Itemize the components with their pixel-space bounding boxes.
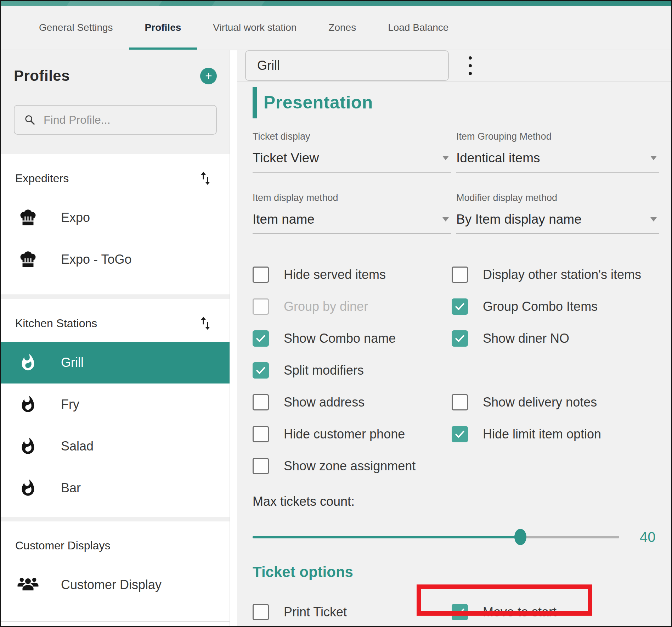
item-grouping-select[interactable]: Identical items [456, 151, 659, 173]
presentation-title: Presentation [264, 87, 373, 118]
chevron-down-icon [650, 156, 657, 160]
sidebar-section-customer-displays: Customer Displays Customer Display [1, 521, 230, 622]
item-display-method-select[interactable]: Item name [253, 212, 451, 234]
checkbox-show-diner-no: Show diner NO [452, 323, 661, 354]
checkbox-show-address: Show address [253, 386, 452, 418]
top-tab-bar: General Settings Profiles Virtual work s… [1, 6, 671, 50]
checkbox-unchecked[interactable] [253, 426, 269, 442]
sidebar-item-label: Expo - ToGo [61, 252, 131, 267]
sidebar-item-grill[interactable]: Grill [1, 342, 230, 384]
presentation-settings: Presentation Ticket display Ticket View … [237, 82, 671, 627]
sidebar-item-label: Fry [61, 397, 79, 412]
profiles-sidebar: Profiles Expediters [1, 50, 230, 626]
checkbox-checked[interactable] [452, 330, 468, 347]
checkbox-checked[interactable] [253, 362, 269, 379]
checkbox-group-combo-items: Group Combo Items [452, 291, 661, 323]
sidebar-item-bar[interactable]: Bar [1, 467, 230, 509]
dropdown-item-display-method: Item display method Item name [253, 192, 451, 234]
kebab-menu-icon [469, 64, 472, 67]
check-icon [454, 606, 466, 618]
chef-hat-icon [17, 207, 39, 228]
checkbox-checked[interactable] [253, 330, 269, 347]
checkbox-show-delivery-notes: Show delivery notes [452, 386, 661, 418]
tab-zones[interactable]: Zones [312, 6, 372, 50]
checkbox-unchecked[interactable] [253, 458, 269, 474]
max-tickets-value: 40 [640, 529, 656, 545]
checkbox-checked[interactable] [452, 426, 468, 442]
chef-hat-icon [17, 249, 39, 270]
checkbox-split-modifiers: Split modifiers [253, 354, 452, 386]
dropdown-value: Ticket View [253, 151, 319, 166]
empty-cell [452, 450, 661, 482]
dropdown-label: Item display method [253, 192, 451, 203]
modifier-display-method-select[interactable]: By Item display name [456, 212, 659, 234]
flame-icon [17, 437, 39, 455]
chevron-down-icon [442, 156, 449, 160]
add-profile-button[interactable] [200, 68, 217, 84]
sidebar-empty-area [1, 622, 230, 626]
section-divider [1, 295, 230, 299]
max-tickets-label: Max tickets count: [253, 494, 671, 509]
find-profile-search[interactable] [14, 105, 217, 135]
checkbox-unchecked[interactable] [253, 394, 269, 410]
checkbox-hide-served-items: Hide served items [253, 259, 452, 291]
window-title-bar [1, 1, 671, 6]
chevron-down-icon [650, 217, 657, 222]
checkbox-disabled [253, 298, 269, 315]
sidebar-section-kitchen-stations: Kitchen Stations Grill Fry [1, 299, 230, 517]
sort-kitchen-stations-button[interactable] [198, 315, 213, 331]
max-tickets-slider[interactable] [253, 536, 619, 538]
ticket-display-select[interactable]: Ticket View [253, 151, 451, 173]
sidebar-item-salad[interactable]: Salad [1, 425, 230, 467]
panel-divider-gutter [230, 50, 237, 626]
checkbox-checked[interactable] [452, 298, 468, 315]
section-label: Kitchen Stations [15, 317, 97, 330]
section-divider [1, 517, 230, 521]
sidebar-item-expo[interactable]: Expo [1, 197, 230, 239]
checkbox-show-zone-assignment: Show zone assignment [253, 450, 452, 482]
slider-thumb[interactable] [514, 529, 526, 545]
sidebar-item-expo-togo[interactable]: Expo - ToGo [1, 239, 230, 280]
tab-profiles[interactable]: Profiles [129, 6, 197, 50]
tab-general-settings[interactable]: General Settings [23, 6, 129, 50]
checkbox-unchecked[interactable] [253, 604, 269, 620]
check-icon [255, 364, 267, 376]
dropdown-modifier-display-method: Modifier display method By Item display … [456, 192, 659, 234]
sidebar-item-fry[interactable]: Fry [1, 384, 230, 425]
checkbox-unchecked[interactable] [452, 394, 468, 410]
section-accent-bar [253, 87, 257, 118]
profile-name-input[interactable] [245, 50, 449, 81]
section-label: Expediters [15, 172, 69, 185]
checkbox-checked[interactable] [452, 604, 468, 620]
sort-expediters-button[interactable] [198, 170, 213, 186]
kebab-menu-icon [469, 72, 472, 75]
dropdown-value: Item name [253, 212, 315, 227]
checkbox-hide-customer-phone: Hide customer phone [253, 418, 452, 450]
ticket-options-title: Ticket options [253, 564, 671, 581]
dropdown-label: Item Grouping Method [456, 131, 659, 142]
search-input[interactable] [44, 113, 196, 127]
section-label: Customer Displays [15, 539, 111, 552]
checkbox-group-by-diner: Group by diner [253, 291, 452, 323]
check-icon [454, 301, 466, 313]
sidebar-item-label: Salad [61, 439, 94, 454]
flame-icon [17, 479, 39, 497]
sidebar-title: Profiles [14, 67, 70, 84]
dropdown-label: Ticket display [253, 131, 451, 142]
kds-settings-window: { "tabs": [ { "label": "General Settings… [0, 0, 672, 627]
check-icon [454, 428, 466, 440]
dropdown-value: Identical items [456, 151, 540, 166]
profile-header [237, 50, 671, 82]
sort-arrows-icon [198, 170, 213, 186]
tab-load-balance[interactable]: Load Balance [372, 6, 464, 50]
checkbox-display-other-stations-items: Display other station's items [452, 259, 661, 291]
checkbox-unchecked[interactable] [253, 267, 269, 283]
sidebar-item-customer-display[interactable]: Customer Display [1, 564, 230, 606]
checkbox-print-ticket: Print Ticket [253, 596, 452, 627]
checkbox-unchecked[interactable] [452, 267, 468, 283]
sidebar-item-label: Customer Display [61, 577, 162, 592]
profile-menu-button[interactable] [465, 54, 475, 78]
search-icon [24, 114, 36, 126]
tab-virtual-work-station[interactable]: Virtual work station [197, 6, 312, 50]
kebab-menu-icon [469, 56, 472, 60]
